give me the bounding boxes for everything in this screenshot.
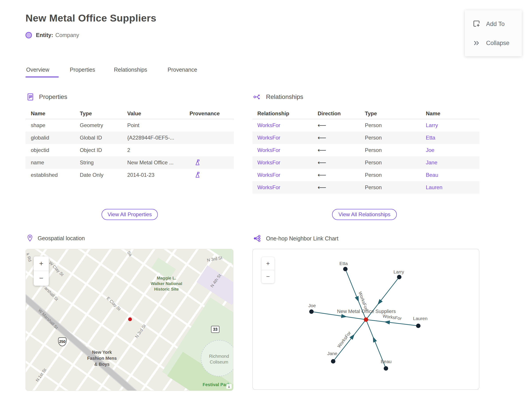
tab-properties[interactable]: Properties [70, 67, 95, 73]
map-attribution-toggle[interactable]: ▲ [226, 384, 232, 389]
relationship-link[interactable]: WorksFor [253, 122, 313, 128]
tab-relationships[interactable]: Relationships [114, 67, 147, 73]
collapse-button[interactable]: Collapse [465, 35, 522, 51]
add-to-label: Add To [486, 21, 505, 27]
provenance-flag-icon[interactable] [194, 171, 201, 179]
table-row: WorksFor ⟵ Person Jane [253, 156, 479, 169]
map-zoom-out-button[interactable]: − [34, 271, 49, 285]
view-all-properties-button[interactable]: View All Properties [101, 209, 158, 220]
view-all-relationships-button[interactable]: View All Relationships [332, 209, 397, 220]
edge-jane-center [333, 320, 366, 361]
related-type: Person [360, 135, 421, 141]
route-shield-us250: 250 [58, 337, 66, 346]
node-larry[interactable] [397, 275, 401, 279]
direction-arrow: ⟵ [313, 184, 360, 191]
relationship-link[interactable]: WorksFor [253, 184, 313, 190]
tab-provenance[interactable]: Provenance [168, 67, 197, 73]
relationships-table-header: Relationship Direction Type Name [253, 108, 479, 119]
linkchart-zoom-control: + − [262, 257, 274, 283]
entity-label: Entity: [36, 32, 53, 38]
prop-value: New Metal Office ... [122, 160, 184, 166]
related-name-link[interactable]: Etta [421, 135, 479, 141]
page-title: New Metal Office Suppliers [26, 13, 157, 24]
street-label: Sa [126, 250, 133, 257]
table-row: objectid Object ID 2 [26, 144, 234, 156]
entity-type-value: Company [55, 32, 79, 38]
entity-location-marker[interactable] [128, 317, 132, 321]
table-row: WorksFor ⟵ Person Lauren [253, 181, 479, 194]
edge-arrowhead [371, 336, 377, 343]
table-row: WorksFor ⟵ Person Larry [253, 119, 479, 132]
relationship-link[interactable]: WorksFor [253, 172, 313, 178]
col-direction: Direction [313, 110, 360, 117]
prop-value: {A228944F-0EF5-... [122, 135, 184, 141]
node-label-beau: Beau [381, 359, 392, 364]
related-name-link[interactable]: Lauren [421, 184, 479, 190]
link-chart-canvas[interactable]: WorksFor WorksFor WorksFor Etta Larry Jo… [253, 249, 479, 390]
link-chart-graph: WorksFor WorksFor WorksFor Etta Larry Jo… [253, 249, 479, 390]
table-row: shape Geometry Point [26, 119, 234, 132]
related-name-link[interactable]: Beau [421, 172, 479, 178]
route-shield-33: 33 [211, 326, 219, 333]
map-zoom-in-button[interactable]: + [34, 256, 49, 271]
street-label: N 3rd St [206, 255, 223, 263]
edge-label-worksfor: WorksFor [358, 291, 369, 310]
map-zoom-control: + − [34, 256, 49, 286]
geospatial-section-header: Geospatial location [27, 234, 85, 242]
prop-type: Geometry [74, 122, 122, 128]
related-type: Person [360, 160, 421, 166]
node-beau[interactable] [384, 366, 388, 371]
col-type: Type [360, 110, 421, 117]
relationship-link[interactable]: WorksFor [253, 135, 313, 141]
related-type: Person [360, 122, 421, 128]
provenance-flag-icon[interactable] [194, 159, 201, 166]
table-row: globalid Global ID {A228944F-0EF5-... [26, 132, 234, 144]
properties-table: Name Type Value Provenance shape Geometr… [26, 108, 234, 181]
node-joe[interactable] [309, 309, 314, 314]
col-relationship: Relationship [253, 110, 313, 117]
relationship-link[interactable]: WorksFor [253, 147, 313, 153]
table-row: WorksFor ⟵ Person Beau [253, 169, 479, 181]
edge-arrowhead [376, 299, 383, 306]
poi-label-ny-fashion: New York Fashion Mens & Boys [80, 349, 124, 367]
direction-arrow: ⟵ [313, 171, 360, 179]
geospatial-section-title: Geospatial location [38, 235, 85, 242]
direction-arrow: ⟵ [313, 134, 360, 141]
prop-name: established [26, 172, 74, 178]
related-name-link[interactable]: Larry [421, 122, 479, 128]
col-name: Name [421, 110, 479, 117]
relationships-icon [253, 93, 262, 101]
double-chevron-right-icon [473, 39, 481, 47]
add-to-icon [473, 20, 481, 28]
linkchart-zoom-out-button[interactable]: − [262, 270, 274, 283]
node-jane[interactable] [331, 359, 335, 364]
tab-overview[interactable]: Overview [26, 67, 49, 73]
relationship-link[interactable]: WorksFor [253, 160, 313, 166]
edge-lauren-center [366, 320, 418, 326]
poi-label-maggie-walker: Maggie L. Walker National Historic Site [141, 275, 192, 292]
prop-type: Object ID [74, 147, 122, 153]
entity-details-page: New Metal Office Suppliers Entity: Compa… [0, 0, 532, 405]
properties-icon [26, 93, 35, 101]
direction-arrow: ⟵ [313, 147, 360, 154]
prop-name: globalid [26, 135, 74, 141]
entity-row: Entity: Company [26, 32, 79, 38]
prop-name: shape [26, 122, 74, 128]
linkchart-zoom-in-button[interactable]: + [262, 257, 274, 270]
prop-name: name [26, 160, 74, 166]
related-name-link[interactable]: Joe [421, 147, 479, 153]
prop-type: Date Only [74, 172, 122, 178]
edge-label-worksfor: WorksFor [382, 313, 402, 321]
prop-value: Point [122, 122, 184, 128]
node-lauren[interactable] [416, 324, 420, 328]
add-to-button[interactable]: Add To [465, 16, 522, 32]
map-canvas[interactable]: k Rd W Clay St Sa N 3rd St N 4th St arsh… [26, 249, 233, 391]
node-etta[interactable] [343, 267, 348, 271]
link-chart-icon [253, 234, 262, 243]
linkchart-section-header: One-hop Neighbor Link Chart [253, 234, 339, 243]
relationships-section-header: Relationships [253, 93, 303, 101]
node-center-entity[interactable] [364, 317, 368, 322]
properties-table-header: Name Type Value Provenance [26, 108, 234, 119]
table-row: established Date Only 2014-01-23 [26, 169, 234, 181]
related-name-link[interactable]: Jane [421, 160, 479, 166]
